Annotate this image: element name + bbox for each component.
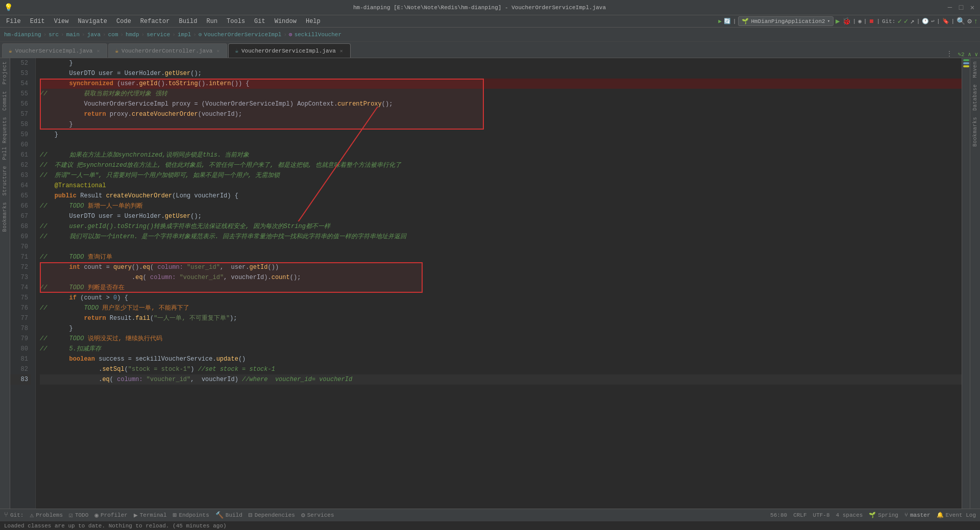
- menu-refactor[interactable]: Refactor: [136, 17, 174, 26]
- spring-indicator[interactable]: 🌱 Spring: [869, 512, 898, 518]
- indent-setting[interactable]: 4 spaces: [836, 512, 863, 518]
- bc-service[interactable]: service: [146, 32, 170, 38]
- endpoints-status[interactable]: ⊞ Endpoints: [173, 511, 209, 519]
- code-content[interactable]: } UserDTO user = UserHolder.getUser(); s…: [36, 58, 962, 509]
- line-70: 70: [10, 242, 31, 252]
- code-line-74: // TODO 判断是否存在: [40, 283, 962, 293]
- tab-close-3[interactable]: ✕: [339, 48, 344, 54]
- git-label: Git:: [10, 512, 23, 518]
- line-58: 58: [10, 119, 31, 130]
- menu-help[interactable]: Help: [302, 17, 325, 26]
- event-log-status[interactable]: 🔔 Event Log: [937, 512, 976, 518]
- info-bar: Loaded classes are up to date. Nothing t…: [0, 521, 980, 530]
- tab-voucherorderserviceimpl[interactable]: ☕ VoucherOrderServiceImpl.java ✕: [228, 43, 351, 58]
- search-button[interactable]: 🔍: [957, 17, 965, 26]
- line-64: 64: [10, 181, 31, 191]
- terminal-status[interactable]: ▶ Terminal: [134, 511, 167, 519]
- line-57: 57: [10, 109, 31, 119]
- code-line-63: // 所谓"一人一单", 只需要对同一个用户加锁即可, 如果不是同一个用户, 无…: [40, 170, 962, 181]
- run-button[interactable]: ▶: [836, 17, 840, 26]
- bc-com[interactable]: com: [108, 32, 118, 38]
- menu-run[interactable]: Run: [202, 17, 222, 26]
- line-65: 65: [10, 191, 31, 201]
- tab-icon-1: ☕: [9, 47, 12, 54]
- bookmarks-right-label[interactable]: Bookmarks: [972, 114, 978, 150]
- tab-voucherordercontroller[interactable]: ☕ VoucherOrderController.java ✕: [108, 43, 227, 58]
- maven-label[interactable]: Maven: [972, 58, 978, 81]
- line-54: 54: [10, 79, 31, 89]
- structure-label[interactable]: Structure: [2, 163, 8, 199]
- line-80: 80: [10, 344, 31, 354]
- build-label: Build: [226, 512, 242, 518]
- bc-voucherorderserviceimpl[interactable]: VoucherOrderServiceImpl: [204, 32, 282, 38]
- menu-build[interactable]: Build: [175, 17, 201, 26]
- git-status[interactable]: ⑂ Git:: [4, 511, 23, 519]
- bc-main[interactable]: main: [66, 32, 80, 38]
- update-button[interactable]: ↑: [974, 17, 978, 26]
- database-label[interactable]: Database: [972, 81, 978, 114]
- tab-icon-2: ☕: [115, 47, 118, 54]
- profile-button[interactable]: ◉: [858, 18, 862, 24]
- services-label: Services: [307, 512, 334, 518]
- bc-hm-dianping[interactable]: hm-dianping: [4, 32, 41, 38]
- line-82: 82: [10, 364, 31, 374]
- pull-requests-label[interactable]: Pull Requests: [2, 114, 8, 163]
- menu-code[interactable]: Code: [112, 17, 135, 26]
- menu-view[interactable]: View: [50, 17, 73, 26]
- line-53: 53: [10, 68, 31, 79]
- bc-java[interactable]: java: [87, 32, 101, 38]
- minimize-button[interactable]: ─: [946, 4, 953, 11]
- bc-src[interactable]: src: [48, 32, 59, 38]
- spring-label: Spring: [878, 512, 898, 518]
- debug-button[interactable]: 🐞: [842, 17, 851, 26]
- menu-file[interactable]: File: [2, 17, 25, 26]
- code-line-66: // TODO 新增一人一单的判断: [40, 201, 962, 211]
- build-icon: 🔨: [215, 511, 224, 519]
- settings-button[interactable]: ⚙: [967, 17, 971, 26]
- git-icon: ⑂: [4, 511, 8, 519]
- run-config-dropdown[interactable]: 🌱 HmDianPingApplication2 ▾: [738, 16, 834, 26]
- commit-label[interactable]: Commit: [2, 88, 8, 114]
- build-status[interactable]: 🔨 Build: [215, 511, 242, 519]
- line-68: 68: [10, 221, 31, 232]
- tabs-overflow[interactable]: ⋮: [942, 50, 957, 58]
- services-status[interactable]: ⚙ Services: [301, 511, 334, 519]
- line-59: 59: [10, 130, 31, 140]
- tab-close-1[interactable]: ✕: [95, 48, 101, 54]
- maximize-button[interactable]: □: [958, 4, 965, 11]
- menu-git[interactable]: Git: [250, 17, 270, 26]
- problems-status[interactable]: ⚠ Problems: [30, 511, 63, 519]
- dependencies-status[interactable]: ⊟ Dependencies: [249, 511, 295, 519]
- line-78: 78: [10, 323, 31, 334]
- todo-status[interactable]: ☑ TODO: [69, 511, 88, 519]
- line-separator[interactable]: CRLF: [793, 512, 806, 518]
- code-line-62: // 不建议 把synchronized放在方法上, 锁住此对象后, 不管任何一…: [40, 160, 962, 170]
- scroll-mark-1: [963, 59, 969, 61]
- close-button[interactable]: ✕: [969, 4, 976, 11]
- code-line-69: // 我们可以加一个intern. 是一个字符串对象规范表示. 回去字符串常量池…: [40, 232, 962, 242]
- menu-tools[interactable]: Tools: [223, 17, 249, 26]
- code-line-52: }: [40, 58, 962, 68]
- encoding[interactable]: UTF-8: [813, 512, 830, 518]
- editor-scrollbar[interactable]: [962, 58, 970, 509]
- menu-navigate[interactable]: Navigate: [74, 17, 111, 26]
- bc-impl[interactable]: impl: [178, 32, 191, 38]
- bc-hmdp[interactable]: hmdp: [126, 32, 139, 38]
- stop-button[interactable]: ⏹: [869, 18, 874, 24]
- bookmarks-label[interactable]: Bookmarks: [2, 199, 8, 235]
- scroll-mark-3: [963, 65, 969, 67]
- far-left-panel: Project Commit Pull Requests Structure B…: [0, 58, 10, 509]
- code-line-53: UserDTO user = UserHolder.getUser();: [40, 68, 962, 79]
- branch-indicator[interactable]: ⑂ master: [904, 512, 930, 518]
- profiler-status[interactable]: ◉ Profiler: [94, 511, 128, 519]
- status-bar-left: ⑂ Git: ⚠ Problems ☑ TODO ◉ Profiler ▶ Te…: [4, 511, 334, 519]
- tab-voucherserviceimpl[interactable]: ☕ VoucherServiceImpl.java ✕: [2, 43, 107, 58]
- title-bar-title: hm-dianping [E:\Note\Note\Redis\hm-dianp…: [13, 5, 946, 11]
- tab-close-2[interactable]: ✕: [215, 48, 220, 54]
- project-label[interactable]: Project: [2, 58, 8, 88]
- menu-edit[interactable]: Edit: [26, 17, 49, 26]
- bc-seckillvoucher[interactable]: seckillVoucher: [295, 32, 341, 38]
- cursor-position[interactable]: 56:80: [770, 512, 787, 518]
- menu-window[interactable]: Window: [271, 17, 301, 26]
- line-74: 74: [10, 283, 31, 293]
